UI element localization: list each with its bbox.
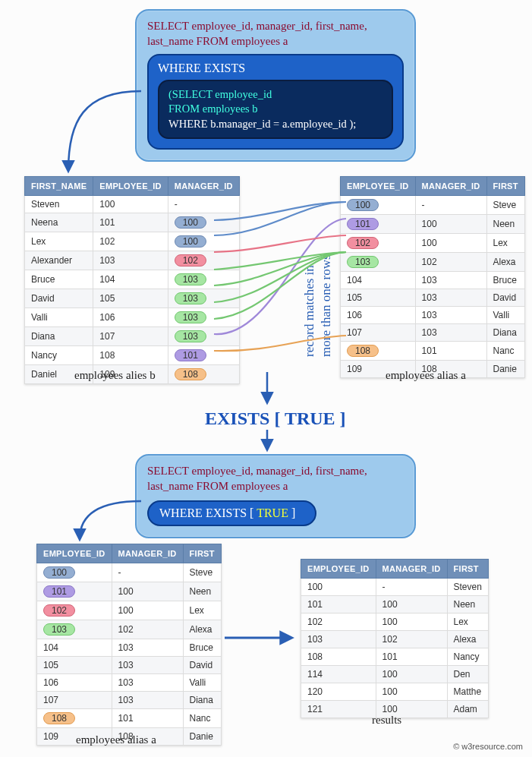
table-row: Diana107103 bbox=[25, 327, 240, 346]
table-row: 114100Den bbox=[301, 666, 489, 683]
table-row: 108101Nanc bbox=[341, 342, 525, 361]
table-row: 107103Diana bbox=[37, 692, 222, 709]
table-employees-a-bottom: EMPLOYEE_ID MANAGER_ID FIRST 100-Steve10… bbox=[36, 544, 222, 746]
th-manager-id: MANAGER_ID bbox=[168, 177, 239, 196]
table-row: 107103Diana bbox=[341, 324, 525, 342]
table-row: Bruce104103 bbox=[25, 270, 240, 289]
table-row: 103102Alexa bbox=[341, 253, 525, 272]
table-row: 106103Valli bbox=[37, 674, 222, 692]
table-row: David105103 bbox=[25, 289, 240, 308]
true-text: TRUE bbox=[257, 506, 288, 519]
caption-results: results bbox=[372, 714, 401, 727]
table-row: 108101Nanc bbox=[37, 709, 222, 728]
where-exists-pill-text: WHERE EXISTS [ bbox=[159, 506, 257, 519]
table-row: 100-Steven bbox=[301, 579, 489, 596]
th-employee-id: EMPLOYEE_ID bbox=[341, 177, 416, 196]
subquery-line1: SELECT employee_id bbox=[172, 88, 272, 100]
subquery-line2: FROM employees b bbox=[168, 102, 382, 117]
th-manager-id: MANAGER_ID bbox=[376, 560, 447, 579]
th-first-cut: FIRST bbox=[486, 177, 524, 196]
where-close: ] bbox=[288, 506, 295, 519]
caption-table-a-top: employees alias a bbox=[386, 369, 466, 382]
table-row: 103102Alexa bbox=[37, 620, 222, 639]
table-row: 108101Nancy bbox=[301, 648, 489, 666]
caption-table-a-bottom: employees alias a bbox=[76, 733, 156, 746]
table-row: 104103Bruce bbox=[37, 639, 222, 657]
th-employee-id: EMPLOYEE_ID bbox=[301, 560, 376, 579]
table-row: 120100Matthe bbox=[301, 683, 489, 701]
table-row: Steven100- bbox=[25, 196, 240, 213]
side-text-2: more than one rows bbox=[319, 254, 334, 357]
table-row: 105103David bbox=[341, 289, 525, 307]
copyright: © w3resource.com bbox=[453, 742, 523, 751]
sql-outer-text-2: SELECT employee_id, manager_id, first_na… bbox=[147, 463, 404, 494]
th-employee-id: EMPLOYEE_ID bbox=[37, 544, 112, 563]
table-row: Lex102100 bbox=[25, 232, 240, 251]
subquery-box: (SELECT employee_id FROM employees b WHE… bbox=[158, 80, 393, 140]
table-row: 102100Lex bbox=[37, 601, 222, 620]
th-manager-id: MANAGER_ID bbox=[415, 177, 486, 196]
where-exists-outer: WHERE EXISTS (SELECT employee_id FROM em… bbox=[147, 54, 404, 150]
table-row: 102100Lex bbox=[341, 234, 525, 253]
table-row: 102100Lex bbox=[301, 613, 489, 631]
caption-table-b: employees alies b bbox=[74, 369, 156, 382]
exists-true-label: EXISTS [ TRUE ] bbox=[205, 408, 346, 429]
th-first-cut: FIRST bbox=[183, 544, 221, 563]
table-row: Neena101100 bbox=[25, 213, 240, 232]
th-manager-id: MANAGER_ID bbox=[112, 544, 183, 563]
table-results: EMPLOYEE_ID MANAGER_ID FIRST 100-Steven1… bbox=[301, 559, 489, 718]
table-row: 101100Neen bbox=[37, 582, 222, 601]
side-text-1: record matches in bbox=[302, 265, 317, 357]
table-row: 103102Alexa bbox=[301, 631, 489, 648]
table-row: Valli106103 bbox=[25, 308, 240, 327]
table-row: 101100Neen bbox=[301, 596, 489, 613]
table-employees-b: FIRST_NAME EMPLOYEE_ID MANAGER_ID Steven… bbox=[24, 176, 240, 384]
table-row: Alexander103102 bbox=[25, 251, 240, 270]
table-row: Nancy108101 bbox=[25, 346, 240, 365]
sql-outer-text: SELECT employee_id, manager_id, first_na… bbox=[147, 18, 404, 49]
where-exists-pill: WHERE EXISTS [ TRUE ] bbox=[147, 500, 316, 526]
table-row: 105103David bbox=[37, 657, 222, 674]
table-row: 106103Valli bbox=[341, 307, 525, 324]
table-row: 104103Bruce bbox=[341, 272, 525, 289]
where-exists-label: WHERE EXISTS bbox=[158, 62, 393, 75]
th-first-name: FIRST_NAME bbox=[25, 177, 93, 196]
subquery-line3: WHERE b.manager_id = a.employee_id ); bbox=[168, 117, 382, 132]
sql-query-box-top: SELECT employee_id, manager_id, first_na… bbox=[135, 9, 416, 162]
table-row: 101100Neen bbox=[341, 215, 525, 234]
th-first-cut: FIRST bbox=[447, 560, 488, 579]
sql-query-box-bottom: SELECT employee_id, manager_id, first_na… bbox=[135, 454, 416, 538]
table-employees-a-top: EMPLOYEE_ID MANAGER_ID FIRST 100-Steve10… bbox=[340, 176, 525, 378]
table-row: 100-Steve bbox=[37, 563, 222, 582]
table-row: 100-Steve bbox=[341, 196, 525, 215]
th-employee-id: EMPLOYEE_ID bbox=[93, 177, 168, 196]
